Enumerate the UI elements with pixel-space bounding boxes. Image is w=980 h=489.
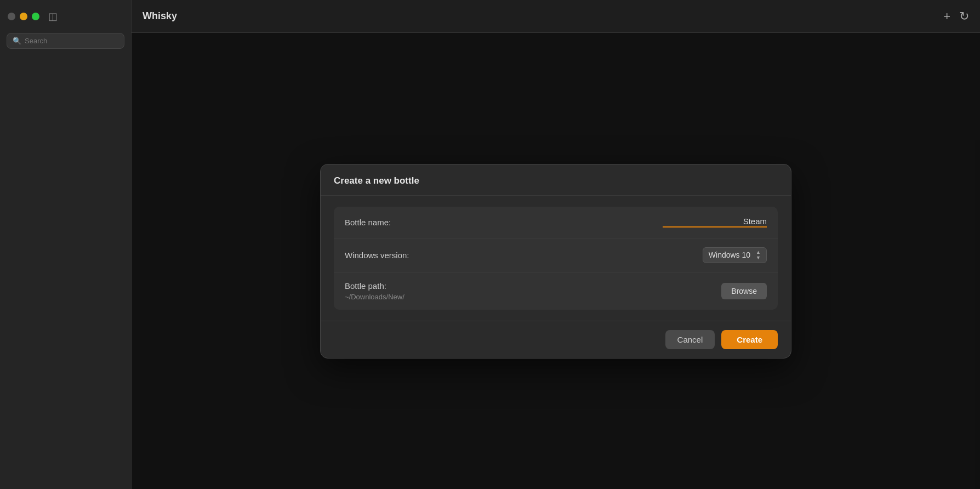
search-bar: 🔍	[7, 33, 124, 49]
dialog-footer: Cancel Create	[321, 321, 791, 358]
dialog-header: Create a new bottle	[321, 164, 791, 196]
windows-version-stepper[interactable]: Windows 10 ▲ ▼	[703, 247, 767, 263]
path-info: Bottle path: ~/Downloads/New/	[345, 281, 713, 301]
cancel-button[interactable]: Cancel	[665, 330, 715, 349]
browse-button[interactable]: Browse	[721, 283, 767, 299]
dialog-overlay: Create a new bottle Bottle name: Windows…	[132, 33, 980, 489]
form-card: Bottle name: Windows version: Windows 10…	[334, 207, 778, 310]
sidebar: ◫ 🔍	[0, 0, 132, 489]
sidebar-titlebar: ◫	[0, 0, 131, 33]
windows-version-value: Windows 10	[709, 251, 750, 259]
main-content: Create a new bottle Bottle name: Windows…	[132, 33, 980, 489]
stepper-up-arrow[interactable]: ▲	[756, 250, 761, 255]
dialog-body: Bottle name: Windows version: Windows 10…	[321, 196, 791, 321]
stepper-arrows: ▲ ▼	[756, 250, 761, 260]
bottle-name-row: Bottle name:	[334, 207, 778, 238]
stepper-down-arrow[interactable]: ▼	[756, 255, 761, 260]
bottle-name-input[interactable]	[663, 217, 767, 228]
app-title: Whisky	[143, 10, 177, 22]
sidebar-toggle-icon[interactable]: ◫	[48, 10, 58, 22]
windows-version-label: Windows version:	[345, 251, 409, 260]
bottle-path-row: Bottle path: ~/Downloads/New/ Browse	[334, 272, 778, 310]
refresh-button[interactable]: ↻	[959, 10, 969, 22]
add-button[interactable]: +	[943, 10, 950, 22]
windows-version-row: Windows version: Windows 10 ▲ ▼	[334, 238, 778, 272]
traffic-lights	[8, 13, 39, 20]
bottle-path-label: Bottle path:	[345, 281, 713, 291]
dialog-title: Create a new bottle	[334, 175, 419, 186]
maximize-button[interactable]	[32, 13, 39, 20]
search-icon: 🔍	[13, 37, 21, 45]
close-button[interactable]	[8, 13, 15, 20]
header-actions: + ↻	[943, 10, 969, 22]
bottle-name-label: Bottle name:	[345, 218, 391, 227]
bottle-path-value: ~/Downloads/New/	[345, 293, 713, 301]
search-input[interactable]	[25, 37, 118, 45]
minimize-button[interactable]	[20, 13, 27, 20]
main-area: Whisky + ↻ Create a new bottle Bottle na…	[132, 0, 980, 489]
header: Whisky + ↻	[132, 0, 980, 33]
create-button[interactable]: Create	[721, 330, 778, 349]
create-bottle-dialog: Create a new bottle Bottle name: Windows…	[320, 164, 791, 359]
